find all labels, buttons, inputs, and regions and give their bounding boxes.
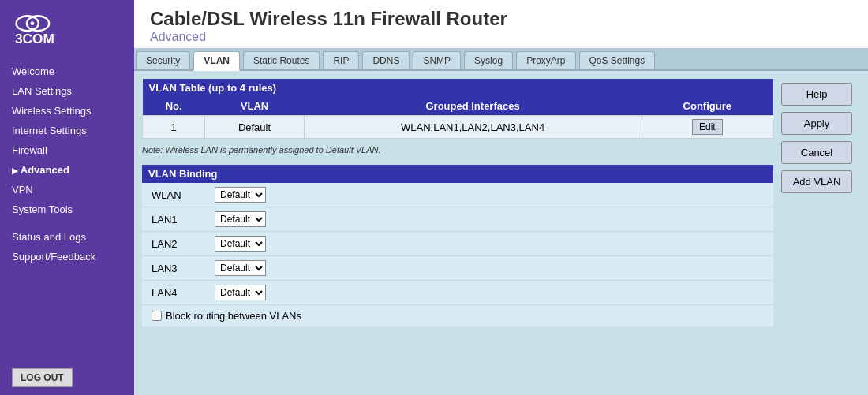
binding-label-wlan: WLAN: [142, 183, 205, 207]
tab-bar: Security VLAN Static Routes RIP DDNS SNM…: [134, 48, 868, 71]
apply-button[interactable]: Apply: [781, 112, 852, 135]
block-routing-text: Block routing between VLANs: [166, 310, 301, 322]
sidebar-item-internet-settings[interactable]: Internet Settings: [0, 121, 134, 140]
svg-text:3COM: 3COM: [15, 31, 54, 47]
sidebar-item-lan-settings[interactable]: LAN Settings: [0, 81, 134, 101]
edit-button[interactable]: Edit: [692, 119, 723, 135]
row-interfaces: WLAN,LAN1,LAN2,LAN3,LAN4: [304, 116, 642, 139]
3com-logo-icon: 3COM: [12, 8, 55, 51]
tab-rip[interactable]: RIP: [323, 51, 359, 69]
sidebar-item-wireless-settings[interactable]: Wireless Settings: [0, 101, 134, 121]
binding-row-lan2: LAN2 Default: [142, 232, 773, 256]
sidebar-item-welcome[interactable]: Welcome: [0, 61, 134, 81]
sidebar-item-support-feedback[interactable]: Support/Feedback: [0, 247, 134, 266]
col-no: No.: [143, 97, 205, 116]
logout-area: LOG OUT: [0, 360, 134, 395]
binding-value-wlan: Default: [205, 183, 773, 207]
tab-proxyarp[interactable]: ProxyArp: [516, 51, 575, 69]
col-configure: Configure: [642, 97, 773, 116]
sidebar-item-system-tools[interactable]: System Tools: [0, 199, 134, 219]
sidebar-item-advanced[interactable]: Advanced: [0, 160, 134, 180]
cancel-button[interactable]: Cancel: [781, 141, 852, 164]
binding-row-wlan: WLAN Default: [142, 183, 773, 207]
header: Cable/DSL Wireless 11n Firewall Router A…: [134, 0, 868, 48]
main-content: Cable/DSL Wireless 11n Firewall Router A…: [134, 0, 868, 395]
binding-table: WLAN Default LAN1 Default: [142, 183, 773, 326]
row-vlan: Default: [205, 116, 304, 139]
wlan-select[interactable]: Default: [215, 187, 266, 203]
tab-syslog[interactable]: Syslog: [464, 51, 513, 69]
left-panel: VLAN Table (up to 4 rules) No. VLAN Grou…: [142, 79, 773, 387]
tab-qos-settings[interactable]: QoS Settings: [579, 51, 656, 69]
lan2-select[interactable]: Default: [215, 236, 266, 252]
binding-value-lan3: Default: [205, 256, 773, 281]
vlan-table: VLAN Table (up to 4 rules) No. VLAN Grou…: [142, 79, 773, 139]
binding-label-lan3: LAN3: [142, 256, 205, 281]
col-vlan: VLAN: [205, 97, 304, 116]
sidebar-item-firewall[interactable]: Firewall: [0, 140, 134, 160]
binding-value-lan1: Default: [205, 207, 773, 232]
vlan-table-title: VLAN Table (up to 4 rules): [143, 79, 773, 97]
tab-static-routes[interactable]: Static Routes: [243, 51, 320, 69]
help-button[interactable]: Help: [781, 83, 852, 106]
tab-vlan[interactable]: VLAN: [193, 51, 240, 71]
svg-point-2: [31, 21, 35, 25]
page-title: Cable/DSL Wireless 11n Firewall Router: [150, 8, 852, 30]
vlan-binding-section: VLAN Binding WLAN Default LAN1: [142, 165, 773, 326]
binding-value-lan4: Default: [205, 281, 773, 305]
content-area: VLAN Table (up to 4 rules) No. VLAN Grou…: [134, 71, 868, 395]
block-routing-label[interactable]: Block routing between VLANs: [152, 310, 764, 322]
binding-row-lan4: LAN4 Default: [142, 281, 773, 305]
block-routing-checkbox[interactable]: [152, 311, 162, 321]
logo-area: 3COM: [0, 0, 134, 58]
binding-label-lan1: LAN1: [142, 207, 205, 232]
tab-snmp[interactable]: SNMP: [413, 51, 461, 69]
col-grouped-interfaces: Grouped Interfaces: [304, 97, 642, 116]
add-vlan-button[interactable]: Add VLAN: [781, 170, 852, 193]
page-subtitle: Advanced: [150, 30, 852, 44]
row-no: 1: [143, 116, 205, 139]
binding-row-lan3: LAN3 Default: [142, 256, 773, 281]
lan4-select[interactable]: Default: [215, 285, 266, 300]
row-configure: Edit: [642, 116, 773, 139]
logout-button[interactable]: LOG OUT: [12, 368, 73, 387]
binding-label-lan4: LAN4: [142, 281, 205, 305]
binding-label-lan2: LAN2: [142, 232, 205, 256]
block-routing-row: Block routing between VLANs: [142, 305, 773, 327]
tab-security[interactable]: Security: [136, 51, 190, 69]
lan1-select[interactable]: Default: [215, 211, 266, 227]
sidebar-item-vpn[interactable]: VPN: [0, 180, 134, 199]
sidebar-item-status-logs[interactable]: Status and Logs: [0, 227, 134, 247]
sidebar: 3COM Welcome LAN Settings Wireless Setti…: [0, 0, 134, 395]
binding-title: VLAN Binding: [142, 165, 773, 183]
nav-section: Welcome LAN Settings Wireless Settings I…: [0, 58, 134, 360]
tab-ddns[interactable]: DDNS: [362, 51, 410, 69]
table-row: 1 Default WLAN,LAN1,LAN2,LAN3,LAN4 Edit: [143, 116, 773, 139]
right-panel: Help Apply Cancel Add VLAN: [781, 79, 860, 387]
binding-value-lan2: Default: [205, 232, 773, 256]
vlan-note: Note: Wireless LAN is permanently assign…: [142, 143, 773, 157]
block-routing-cell: Block routing between VLANs: [142, 305, 773, 327]
binding-row-lan1: LAN1 Default: [142, 207, 773, 232]
lan3-select[interactable]: Default: [215, 260, 266, 276]
